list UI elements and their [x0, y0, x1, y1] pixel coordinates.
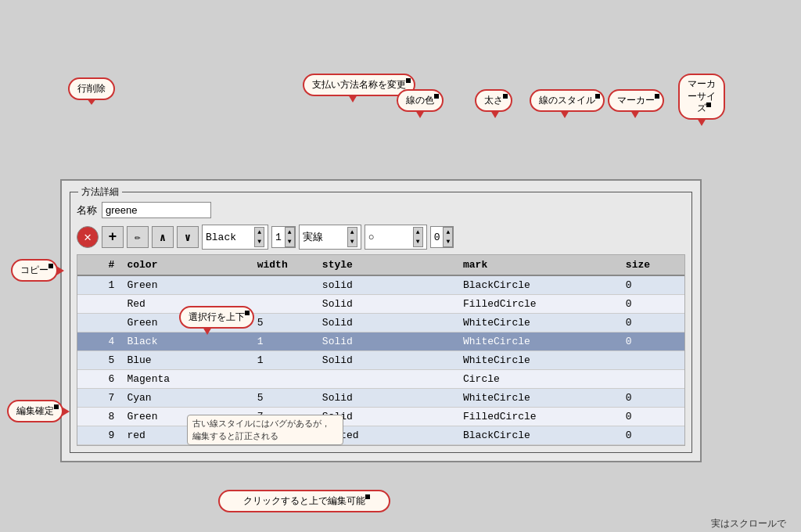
- size-down-arrow[interactable]: ▼: [444, 237, 452, 246]
- cell-width: [251, 370, 316, 389]
- cell-size: 0: [620, 295, 684, 314]
- move-down-button[interactable]: ∨: [177, 226, 199, 248]
- cell-style: [316, 370, 457, 389]
- cell-num: [77, 295, 120, 314]
- cell-style: Solid: [316, 332, 457, 351]
- cell-color: Red: [120, 295, 250, 314]
- mark-spinner[interactable]: ▲ ▼: [413, 227, 423, 247]
- cell-size: 0: [620, 332, 684, 351]
- size-up-arrow[interactable]: ▲: [444, 228, 452, 237]
- cell-mark: BlackCircle: [457, 275, 620, 295]
- width-down-arrow[interactable]: ▼: [286, 237, 294, 246]
- edit-button[interactable]: ✏: [127, 226, 149, 248]
- size-value: 0: [431, 230, 444, 245]
- mark-group: ○ ▲ ▼: [365, 225, 427, 250]
- cell-mark: WhiteCircle: [457, 332, 620, 351]
- table-row[interactable]: 9reddottedBlackCircle0: [77, 426, 684, 445]
- cell-num: 6: [77, 370, 120, 389]
- cell-mark: BlackCircle: [457, 426, 620, 445]
- color-spinner[interactable]: ▲ ▼: [254, 227, 264, 247]
- color-select[interactable]: Black ▲ ▼: [202, 225, 268, 250]
- cell-size: [620, 370, 684, 389]
- cell-width: 5: [251, 314, 316, 332]
- cell-style: solid: [316, 275, 457, 295]
- color-up-arrow[interactable]: ▲: [255, 228, 264, 237]
- bubble-delete-row: 行削除: [68, 77, 115, 100]
- bubble-marker: マーカー: [608, 89, 664, 112]
- cell-num: 8: [77, 408, 120, 426]
- table-row[interactable]: 5Blue1SolidWhiteCircle: [77, 351, 684, 370]
- style-down-arrow[interactable]: ▼: [348, 237, 357, 246]
- cell-mark: WhiteCircle: [457, 351, 620, 370]
- name-input[interactable]: [102, 202, 211, 218]
- bubble-marker-size: マーカーサイズ: [678, 74, 725, 120]
- data-table-wrapper[interactable]: # color width style mark size 1Greensoli…: [77, 254, 685, 446]
- cell-width: 1: [251, 351, 316, 370]
- table-row[interactable]: Green5SolidWhiteCircle0: [77, 314, 684, 332]
- cell-num: 5: [77, 351, 120, 370]
- mark-down-arrow[interactable]: ▼: [414, 237, 422, 246]
- delete-button[interactable]: ✕: [77, 226, 99, 248]
- old-style-note: 古い線スタイルにはバグがあるが，編集すると訂正される: [187, 415, 343, 445]
- cell-size: 0: [620, 408, 684, 426]
- add-button[interactable]: +: [102, 226, 124, 248]
- table-row[interactable]: 1GreensolidBlackCircle0: [77, 275, 684, 295]
- cell-color: Green: [120, 275, 250, 295]
- cell-num: 4: [77, 332, 120, 351]
- name-row: 名称: [77, 202, 685, 218]
- cell-mark: FilledCircle: [457, 295, 620, 314]
- cell-num: 1: [77, 275, 120, 295]
- col-header-style: style: [316, 255, 457, 275]
- cell-style: Solid: [316, 314, 457, 332]
- size-group: 0 ▲ ▼: [430, 226, 454, 248]
- width-spinner[interactable]: ▲ ▼: [285, 227, 295, 247]
- cell-color: Cyan: [120, 389, 250, 408]
- cell-width: [251, 275, 316, 295]
- col-header-color: color: [120, 255, 250, 275]
- cell-size: 0: [620, 389, 684, 408]
- cell-width: [251, 295, 316, 314]
- table-row[interactable]: 7Cyan5SolidWhiteCircle0: [77, 389, 684, 408]
- bubble-line-color: 線の色: [397, 89, 444, 112]
- width-value: 1: [272, 230, 285, 245]
- color-down-arrow[interactable]: ▼: [255, 237, 264, 246]
- cell-width: 1: [251, 332, 316, 351]
- size-spinner[interactable]: ▲ ▼: [443, 227, 453, 247]
- width-up-arrow[interactable]: ▲: [286, 228, 294, 237]
- cell-size: 0: [620, 426, 684, 445]
- move-up-button[interactable]: ∧: [152, 226, 174, 248]
- style-select[interactable]: 実線 ▲ ▼: [299, 225, 361, 250]
- table-row[interactable]: 6MagentaCircle: [77, 370, 684, 389]
- cell-num: 9: [77, 426, 120, 445]
- col-header-num: #: [77, 255, 120, 275]
- section-label: 方法詳細: [78, 185, 122, 199]
- cell-size: 0: [620, 275, 684, 295]
- cell-mark: WhiteCircle: [457, 314, 620, 332]
- name-label: 名称: [77, 203, 97, 217]
- table-header-row: # color width style mark size: [77, 255, 684, 275]
- cell-style: Solid: [316, 295, 457, 314]
- bubble-edit-confirm: 編集確定: [7, 400, 63, 422]
- mark-select[interactable]: ○ ▲ ▼: [365, 225, 427, 250]
- bubble-copy: コピー: [11, 259, 58, 282]
- cell-width: 5: [251, 389, 316, 408]
- mark-up-arrow[interactable]: ▲: [414, 228, 422, 237]
- cell-mark: FilledCircle: [457, 408, 620, 426]
- cell-num: 7: [77, 389, 120, 408]
- table-row[interactable]: RedSolidFilledCircle0: [77, 295, 684, 314]
- cell-color: Blue: [120, 351, 250, 370]
- table-row[interactable]: 4Black1SolidWhiteCircle0: [77, 332, 684, 351]
- bubble-click-edit: クリックすると上で編集可能: [218, 490, 390, 512]
- style-up-arrow[interactable]: ▲: [348, 228, 357, 237]
- cell-num: [77, 314, 120, 332]
- scroll-note: 実はスクロールできる: [708, 517, 786, 532]
- cell-size: [620, 351, 684, 370]
- style-spinner[interactable]: ▲ ▼: [347, 227, 357, 247]
- toolbar: ✕ + ✏ ∧ ∨ Black ▲ ▼: [77, 225, 685, 250]
- cell-mark: Circle: [457, 370, 620, 389]
- style-group: 実線 ▲ ▼: [299, 225, 361, 250]
- data-table: # color width style mark size 1Greensoli…: [77, 255, 684, 445]
- color-group: Black ▲ ▼: [202, 225, 268, 250]
- table-row[interactable]: 8Green7SolidFilledCircle0: [77, 408, 684, 426]
- cell-style: Solid: [316, 389, 457, 408]
